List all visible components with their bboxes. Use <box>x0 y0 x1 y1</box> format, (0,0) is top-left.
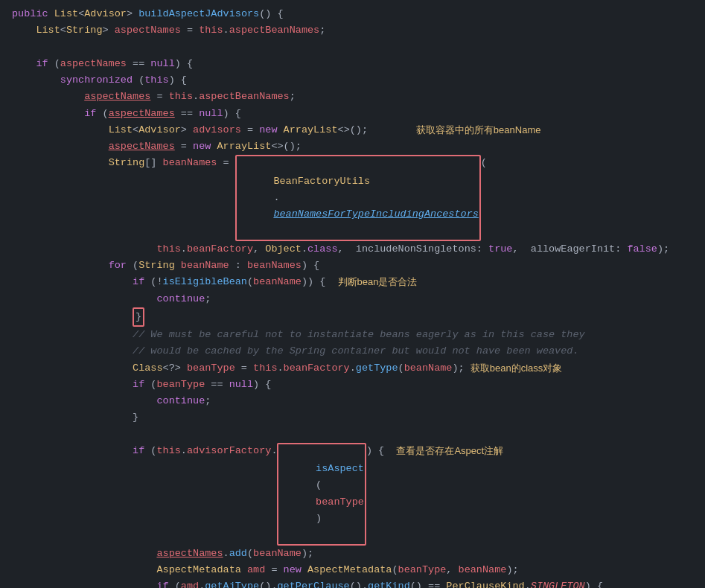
code-line <box>0 39 705 56</box>
code-line: aspectNames = new ArrayList <>(); <box>0 138 705 155</box>
code-line: List < String > aspectNames = this . asp… <box>0 22 705 39</box>
code-line: AspectMetadata amd = new AspectMetadata … <box>0 562 705 578</box>
code-line: if ( aspectNames == null ) { <box>0 56 705 72</box>
comment-cn1: 获取容器中的所有beanName <box>416 122 541 138</box>
highlight-brace: } <box>133 307 144 327</box>
code-line: } <box>0 409 705 426</box>
param-label-alloweager: allowEagerInit: <box>531 241 628 258</box>
field-beanfactory: beanFactory <box>187 241 253 258</box>
code-line <box>0 426 705 443</box>
comment-we-must: // We must be careful not to instantiate… <box>133 327 585 343</box>
kw-null3: null <box>229 377 253 393</box>
comment-cn2: 判断bean是否合法 <box>338 274 418 290</box>
kw-if: if <box>36 56 48 72</box>
type-aspectmetadata2: AspectMetadata <box>307 562 392 578</box>
comment-cn4: 查看是否存在Aspect注解 <box>396 443 503 546</box>
kw-if3: if <box>133 274 144 290</box>
kw-null: null <box>150 56 174 72</box>
type-advisor: Advisor <box>84 6 127 22</box>
code-line: Class <?> beanType = this . beanFactory … <box>0 360 705 377</box>
kw-this4: this <box>156 241 180 258</box>
type-list: List <box>54 6 78 22</box>
type-class: Class <box>133 360 163 377</box>
var-beanname: beanName <box>181 258 229 274</box>
var-aspectnames2: aspectNames <box>60 56 127 72</box>
kw-if2: if <box>84 106 96 122</box>
kw-new2: new <box>193 138 211 155</box>
method-iseligible: isEligibleBean <box>163 274 247 290</box>
kw-new3: new <box>284 562 302 578</box>
kw-this5: this <box>253 360 277 377</box>
var-beanname5: beanName <box>459 562 507 578</box>
type-string3: String <box>138 258 175 274</box>
val-true: true <box>488 241 512 258</box>
comment-cn3: 获取bean的class对象 <box>470 360 563 377</box>
kw-for: for <box>109 258 127 274</box>
code-line: if ( amd . getAjType (). getPerClause ()… <box>0 578 705 588</box>
var-aspectnames5: aspectNames <box>109 138 175 155</box>
val-false: false <box>627 241 657 258</box>
code-block: public List < Advisor > buildAspectJAdvi… <box>0 0 705 588</box>
kw-this: this <box>199 22 223 39</box>
type-perclausekind: PerClauseKind <box>446 578 524 588</box>
kw-if6: if <box>156 578 168 588</box>
var-amd: amd <box>247 562 265 578</box>
code-line: this . beanFactory , Object . class , in… <box>0 241 705 258</box>
code-line: synchronized ( this ) { <box>0 72 705 89</box>
kw-class: class <box>307 241 338 258</box>
field-advisorfactory: advisorFactory <box>187 443 271 546</box>
field-aspectbeannames: aspectBeanNames <box>229 22 320 39</box>
code-line: if ( beanType == null ) { <box>0 377 705 393</box>
method-getkind: getKind <box>368 578 410 588</box>
kw-this2: this <box>144 72 168 89</box>
param-label-includenon: includeNonSingletons: <box>356 241 488 258</box>
highlight-isaspect: isAspect ( beanType ) <box>277 443 366 546</box>
kw-synchronized: synchronized <box>60 72 133 89</box>
code-line: continue ; <box>0 393 705 409</box>
code-line: List < Advisor > advisors = new ArrayLis… <box>0 122 705 138</box>
code-line: if ( aspectNames == null ) { <box>0 106 705 122</box>
code-line: if (! isEligibleBean ( beanName )) { 判断b… <box>0 274 705 290</box>
var-aspectnames3: aspectNames <box>84 89 150 105</box>
code-line: aspectNames . add ( beanName ); <box>0 546 705 562</box>
var-aspectnames6: aspectNames <box>156 546 223 562</box>
type-arraylist: ArrayList <box>284 122 338 138</box>
code-line: if ( this . advisorFactory . isAspect ( … <box>0 443 705 546</box>
code-line: public List < Advisor > buildAspectJAdvi… <box>0 6 705 22</box>
type-list3: List <box>109 122 133 138</box>
var-beantype2: beanType <box>156 377 205 393</box>
var-beannames2: beanNames <box>247 258 302 274</box>
method-beannames: beanNamesForTypeIncludingAncestors <box>273 208 478 220</box>
var-beanname2: beanName <box>253 274 302 290</box>
var-advisors: advisors <box>193 122 241 138</box>
type-aspectmetadata: AspectMetadata <box>156 562 240 578</box>
var-aspectnames: aspectNames <box>115 22 181 39</box>
const-singleton: SINGLETON <box>531 578 585 588</box>
kw-this3: this <box>169 89 193 105</box>
var-beantype3: beanType <box>316 496 364 508</box>
var-beanname4: beanName <box>253 546 302 562</box>
class-beanfactoryutils: BeanFactoryUtils <box>273 176 370 187</box>
comment-would-be-cached: // would be cached by the Spring contain… <box>133 343 579 359</box>
field-aspectbeannames2: aspectBeanNames <box>199 89 290 105</box>
var-beantype4: beanType <box>398 562 447 578</box>
code-line: aspectNames = this . aspectBeanNames ; <box>0 89 705 105</box>
kw-this6: this <box>156 443 180 546</box>
var-beannames: beanNames <box>163 155 217 240</box>
highlight-beanfactoryutils: BeanFactoryUtils . beanNamesForTypeInclu… <box>235 155 481 240</box>
kw-if4: if <box>133 377 144 393</box>
method-getajtype: getAjType <box>205 578 259 588</box>
method-gettype: getType <box>356 360 398 377</box>
kw-continue: continue <box>156 291 205 307</box>
code-line: continue ; <box>0 291 705 307</box>
keyword-public: public <box>12 6 48 22</box>
kw-null2: null <box>199 106 223 122</box>
var-amd2: amd <box>181 578 199 588</box>
var-beanname3: beanName <box>404 360 453 377</box>
type-string2: String <box>109 155 145 240</box>
kw-new: new <box>259 122 277 138</box>
type-arraylist2: ArrayList <box>217 138 271 155</box>
field-beanfactory2: beanFactory <box>284 360 350 377</box>
type-list2: List <box>36 22 60 39</box>
type-string: String <box>66 22 103 39</box>
